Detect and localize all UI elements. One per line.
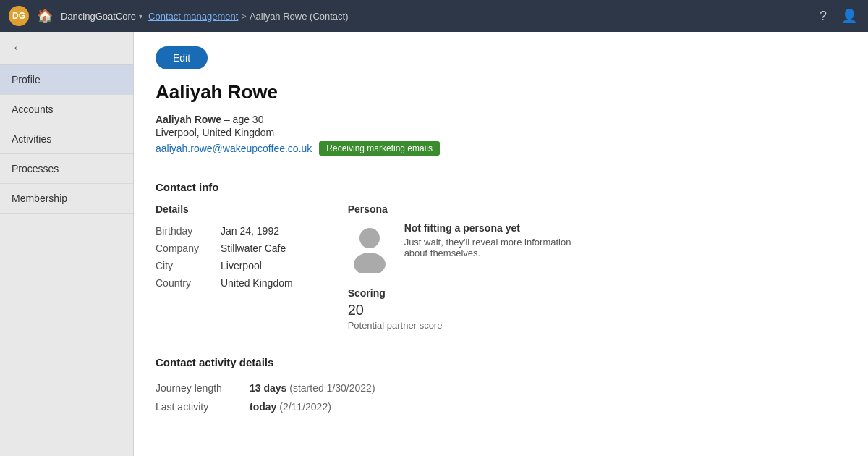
scoring-title: Scoring	[348, 287, 585, 299]
user-profile-icon[interactable]: 👤	[839, 6, 859, 26]
table-row: Last activity today (2/11/2022)	[156, 397, 390, 416]
breadcrumb-link[interactable]: Contact management	[148, 11, 238, 22]
contact-email-row: aaliyah.rowe@wakeupcoffee.co.uk Receivin…	[156, 141, 846, 156]
back-button[interactable]: ←	[0, 32, 133, 65]
score-value: 20	[348, 302, 585, 318]
contact-info-section: Contact info Details Birthday Jan 24, 19…	[156, 172, 846, 331]
sidebar-item-profile[interactable]: Profile	[0, 65, 133, 95]
svg-point-0	[359, 228, 380, 248]
detail-label-company: Company	[156, 240, 221, 257]
sidebar: ← Profile Accounts Activities Processes …	[0, 32, 134, 456]
breadcrumb: Contact management > Aaliyah Rowe (Conta…	[148, 11, 807, 22]
persona-description: Just wait, they'll reveal more informati…	[404, 237, 585, 258]
persona-block: Persona Not fitting a persona yet Just w…	[348, 203, 585, 331]
detail-value-birthday: Jan 24, 1992	[221, 222, 305, 240]
svg-point-1	[354, 253, 386, 273]
table-row: Company Stillwater Cafe	[156, 240, 305, 257]
marketing-badge: Receiving marketing emails	[319, 141, 440, 156]
detail-label-country: Country	[156, 274, 221, 292]
table-row: Country United Kingdom	[156, 274, 305, 292]
activity-value-journey: 13 days (started 1/30/2022)	[250, 379, 390, 397]
score-label: Potential partner score	[348, 320, 585, 331]
contact-info-columns: Details Birthday Jan 24, 1992 Company St…	[156, 203, 846, 331]
activity-value-last: today (2/11/2022)	[250, 397, 390, 416]
activity-details-section: Contact activity details Journey length …	[156, 347, 846, 416]
sidebar-item-membership[interactable]: Membership	[0, 184, 133, 214]
activity-table: Journey length 13 days (started 1/30/202…	[156, 379, 390, 416]
details-title: Details	[156, 203, 305, 215]
help-icon[interactable]: ?	[813, 6, 833, 26]
contact-info-title: Contact info	[156, 181, 846, 193]
scoring-block: Scoring 20 Potential partner score	[348, 287, 585, 331]
breadcrumb-current: Aaliyah Rowe (Contact)	[250, 11, 349, 22]
app-logo: DG	[9, 6, 29, 26]
contact-location: Liverpool, United Kingdom	[156, 127, 846, 138]
activity-label-last: Last activity	[156, 397, 250, 416]
table-row: City Liverpool	[156, 257, 305, 274]
top-navigation: DG 🏠 DancingGoatCore ▾ Contact managemen…	[0, 0, 868, 32]
app-name: DancingGoatCore ▾	[61, 11, 142, 22]
sidebar-item-accounts[interactable]: Accounts	[0, 95, 133, 124]
persona-content: Not fitting a persona yet Just wait, the…	[348, 222, 585, 273]
details-block: Details Birthday Jan 24, 1992 Company St…	[156, 203, 305, 331]
main-layout: ← Profile Accounts Activities Processes …	[0, 32, 868, 456]
breadcrumb-separator: >	[241, 11, 247, 22]
table-row: Birthday Jan 24, 1992	[156, 222, 305, 240]
main-content: Edit Aaliyah Rowe Aaliyah Rowe – age 30 …	[134, 32, 868, 456]
edit-button[interactable]: Edit	[156, 46, 208, 69]
activity-label-journey: Journey length	[156, 379, 250, 397]
contact-name-age: Aaliyah Rowe – age 30	[156, 114, 846, 125]
persona-title: Persona	[348, 203, 585, 215]
contact-email-link[interactable]: aaliyah.rowe@wakeupcoffee.co.uk	[156, 143, 312, 154]
activity-details-title: Contact activity details	[156, 356, 846, 368]
sidebar-item-activities[interactable]: Activities	[0, 124, 133, 154]
dropdown-caret-icon: ▾	[139, 12, 142, 20]
detail-value-city: Liverpool	[221, 257, 305, 274]
detail-label-birthday: Birthday	[156, 222, 221, 240]
sidebar-item-processes[interactable]: Processes	[0, 154, 133, 184]
details-table: Birthday Jan 24, 1992 Company Stillwater…	[156, 222, 305, 292]
detail-value-company: Stillwater Cafe	[221, 240, 305, 257]
persona-text: Not fitting a persona yet Just wait, the…	[404, 222, 585, 258]
table-row: Journey length 13 days (started 1/30/202…	[156, 379, 390, 397]
persona-heading: Not fitting a persona yet	[404, 222, 585, 234]
persona-avatar	[348, 222, 391, 273]
detail-label-city: City	[156, 257, 221, 274]
nav-right-actions: ? 👤	[813, 6, 859, 26]
home-icon[interactable]: 🏠	[35, 6, 55, 26]
detail-value-country: United Kingdom	[221, 274, 305, 292]
contact-summary: Aaliyah Rowe – age 30 Liverpool, United …	[156, 114, 846, 156]
contact-name-heading: Aaliyah Rowe	[156, 81, 846, 104]
